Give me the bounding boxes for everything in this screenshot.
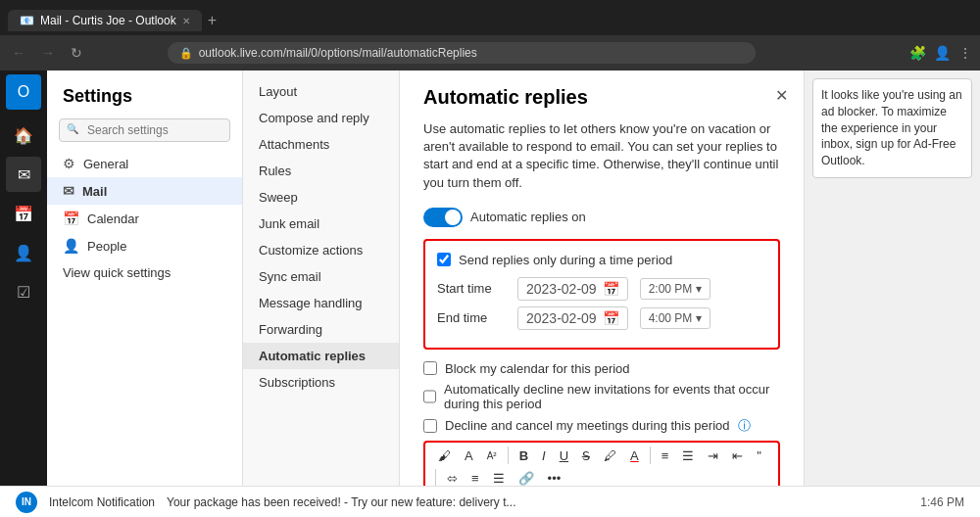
sidebar-item-general[interactable]: ⚙ General (47, 150, 242, 177)
back-button[interactable]: ← (8, 43, 29, 63)
font-size-small-button[interactable]: A² (482, 448, 502, 463)
outdent-button[interactable]: ⇤ (727, 446, 748, 465)
chevron-down-icon: ▾ (696, 311, 702, 325)
quote-button[interactable]: " (752, 446, 766, 465)
start-time-select[interactable]: 2:00 PM ▾ (640, 278, 711, 300)
search-settings-input[interactable] (59, 118, 230, 142)
align-left-button[interactable]: ⬄ (442, 469, 463, 488)
settings-nav-rules[interactable]: Rules (243, 158, 399, 184)
sidebar-item-mail[interactable]: ✉ Mail (47, 177, 242, 205)
nav-people[interactable]: 👤 (6, 235, 41, 270)
start-date-input[interactable]: 2023-02-09 📅 (517, 277, 628, 301)
more-options-button[interactable]: ••• (543, 469, 566, 488)
sidebar-item-label: Calendar (87, 212, 139, 226)
close-button[interactable]: ✕ (775, 86, 788, 105)
url-text: outlook.live.com/mail/0/options/mail/aut… (199, 46, 477, 60)
bullets-button[interactable]: ≡ (657, 446, 674, 465)
page-title: Automatic replies (423, 86, 780, 109)
calendar-icon: 📅 (63, 211, 79, 226)
decline-invitations-option: Automatically decline new invitations fo… (423, 382, 780, 411)
active-tab[interactable]: 📧 Mail - Curtis Joe - Outlook ✕ (8, 10, 202, 31)
nav-calendar[interactable]: 📅 (6, 196, 41, 231)
italic-button[interactable]: I (537, 446, 551, 465)
numbered-list-button[interactable]: ☰ (677, 446, 699, 465)
nav-mail[interactable]: ✉ (6, 157, 41, 192)
extensions-icon[interactable]: 🧩 (909, 45, 926, 61)
sidebar-item-calendar[interactable]: 📅 Calendar (47, 205, 242, 232)
settings-nav-junk[interactable]: Junk email (243, 211, 399, 237)
decline-invitations-checkbox[interactable] (423, 390, 436, 403)
info-icon: ⓘ (738, 417, 751, 435)
settings-nav-sync[interactable]: Sync email (243, 263, 399, 290)
people-icon: 👤 (63, 238, 79, 254)
settings-sidebar: Settings ⚙ General ✉ Mail 📅 Calendar 👤 P… (47, 70, 243, 517)
sidebar-item-quick-settings[interactable]: View quick settings (47, 259, 242, 286)
settings-nav-automatic-replies[interactable]: Automatic replies (243, 343, 399, 369)
tab-favicon: 📧 (20, 14, 34, 27)
settings-icon[interactable]: ⋮ (958, 45, 972, 61)
settings-nav-forwarding[interactable]: Forwarding (243, 316, 399, 343)
settings-nav-attachments[interactable]: Attachments (243, 131, 399, 158)
notification-icon: IN (16, 492, 37, 513)
time-period-checkbox[interactable] (437, 253, 451, 266)
new-tab-button[interactable]: + (208, 12, 217, 29)
format-icon[interactable]: 🖌 (433, 446, 456, 465)
underline-button[interactable]: U (555, 446, 573, 465)
end-time-value: 4:00 PM (649, 311, 693, 325)
ad-panel-text: It looks like you're using an ad blocker… (821, 87, 963, 169)
block-calendar-checkbox[interactable] (423, 361, 437, 375)
start-time-row: Start time 2023-02-09 📅 2:00 PM ▾ (437, 277, 766, 301)
browser-chrome: 📧 Mail - Curtis Joe - Outlook ✕ + ← → ↻ … (0, 0, 980, 70)
refresh-button[interactable]: ↻ (67, 43, 86, 63)
highlight-button[interactable]: 🖊 (599, 446, 621, 465)
nav-home[interactable]: 🏠 (6, 118, 41, 153)
sidebar-item-label: General (83, 157, 128, 171)
settings-nav-message-handling[interactable]: Message handling (243, 290, 399, 316)
left-nav: O 🏠 ✉ 📅 👤 ☑ (0, 70, 47, 517)
start-time-label: Start time (437, 281, 506, 296)
font-color-button[interactable]: A (625, 446, 644, 465)
time-period-label: Send replies only during a time period (459, 253, 672, 267)
align-right-button[interactable]: ☰ (488, 469, 510, 488)
settings-nav-panel: Layout Compose and reply Attachments Rul… (243, 70, 400, 517)
end-date-value: 2023-02-09 (526, 310, 597, 326)
decline-invitations-label: Automatically decline new invitations fo… (444, 382, 780, 411)
browser-toolbar: 🧩 👤 ⋮ (909, 45, 972, 61)
settings-nav-sweep[interactable]: Sweep (243, 184, 399, 211)
settings-nav-compose[interactable]: Compose and reply (243, 105, 399, 131)
address-bar: ← → ↻ 🔒 outlook.live.com/mail/0/options/… (0, 35, 980, 70)
ad-panel: It looks like you're using an ad blocker… (812, 78, 972, 178)
tab-close-button[interactable]: ✕ (182, 16, 190, 26)
decline-meetings-checkbox[interactable] (423, 419, 437, 433)
bottom-bar: IN Intelcom Notification Your package ha… (0, 486, 980, 517)
url-input[interactable]: 🔒 outlook.live.com/mail/0/options/mail/a… (168, 42, 756, 64)
settings-nav-customize[interactable]: Customize actions (243, 237, 399, 263)
notification-message: Your package has been received! - Try ou… (167, 495, 515, 509)
settings-nav-subscriptions[interactable]: Subscriptions (243, 369, 399, 396)
profile-icon[interactable]: 👤 (934, 45, 951, 61)
general-icon: ⚙ (63, 156, 75, 171)
align-center-button[interactable]: ≡ (466, 469, 484, 488)
bold-button[interactable]: B (514, 446, 533, 465)
end-time-label: End time (437, 310, 506, 325)
description: Use automatic replies to let others know… (423, 120, 780, 192)
end-time-select[interactable]: 4:00 PM ▾ (640, 307, 711, 329)
sidebar-item-people[interactable]: 👤 People (47, 232, 242, 259)
font-size-button[interactable]: A (460, 446, 478, 465)
strikethrough-button[interactable]: S̶ (577, 446, 595, 465)
decline-meetings-label: Decline and cancel my meetings during th… (445, 418, 730, 433)
link-button[interactable]: 🔗 (514, 469, 539, 488)
toggle-label: Automatic replies on (470, 210, 586, 224)
end-date-input[interactable]: 2023-02-09 📅 (517, 306, 628, 330)
automatic-replies-toggle[interactable] (423, 208, 463, 227)
sidebar-item-label: People (87, 239, 126, 254)
right-panel: It looks like you're using an ad blocker… (804, 70, 980, 517)
chevron-down-icon: ▾ (696, 282, 702, 296)
notification-sender: Intelcom Notification (49, 495, 155, 509)
toolbar-divider (435, 469, 436, 487)
nav-tasks[interactable]: ☑ (6, 274, 41, 309)
block-calendar-label: Block my calendar for this period (445, 361, 630, 376)
settings-nav-layout[interactable]: Layout (243, 78, 399, 105)
indent-button[interactable]: ⇥ (703, 446, 723, 465)
forward-button[interactable]: → (37, 43, 59, 63)
